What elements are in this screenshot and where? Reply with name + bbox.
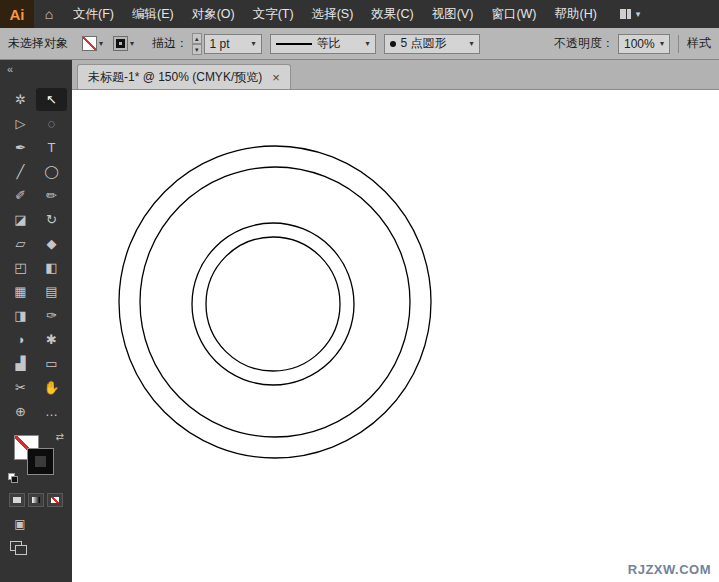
main-area: « ✲↖▷◌✒T╱◯✐✏◪↻▱◆◰◧▦▤◨✑◑✱▟▭✂✋⊕… ⇄ ▣ 未标题-1… [0, 60, 719, 582]
brush-dot-preview [390, 41, 396, 47]
lasso-tool[interactable]: ◌ [36, 112, 67, 135]
circle-path-1[interactable] [119, 146, 431, 458]
column-graph-tool[interactable]: ▟ [5, 352, 36, 375]
document-tab-bar: 未标题-1* @ 150% (CMYK/预览) × [72, 60, 719, 90]
collapse-panel-icon[interactable]: « [0, 60, 72, 78]
paintbrush-tool[interactable]: ✐ [5, 184, 36, 207]
none-button[interactable] [47, 493, 63, 507]
slice-tool[interactable]: ✂ [5, 376, 36, 399]
menu-select[interactable]: 选择(S) [303, 0, 363, 28]
fill-color-control[interactable]: ▾ [82, 36, 103, 51]
edit-toolbar-button[interactable]: … [36, 400, 67, 423]
gradient-button[interactable] [28, 493, 44, 507]
rotate-tool[interactable]: ↻ [36, 208, 67, 231]
menu-window[interactable]: 窗口(W) [482, 0, 545, 28]
mesh-tool[interactable]: ▤ [36, 280, 67, 303]
chevron-down-icon: ▾ [636, 9, 641, 19]
default-fill-stroke-icon[interactable] [8, 473, 18, 483]
stroke-color-control[interactable]: ▾ [113, 36, 134, 51]
fill-none-swatch-icon [82, 36, 97, 51]
document-area: 未标题-1* @ 150% (CMYK/预览) × RJZXW.COM [72, 60, 719, 582]
stroke-weight-value: 1 pt [210, 37, 230, 51]
workspace-switcher[interactable]: ▾ [620, 9, 641, 19]
menu-bar: Ai ⌂ 文件(F)编辑(E)对象(O)文字(T)选择(S)效果(C)视图(V)… [0, 0, 719, 28]
paint-style-buttons [0, 493, 72, 507]
type-tool[interactable]: T [36, 136, 67, 159]
menu-file[interactable]: 文件(F) [64, 0, 123, 28]
artboard-tool[interactable]: ▭ [36, 352, 67, 375]
stroke-weight-combo[interactable]: 1 pt ▾ [204, 34, 262, 54]
width-profile-value: 等比 [317, 35, 341, 52]
stepper-down-icon[interactable]: ▾ [192, 44, 202, 55]
control-bar: 未选择对象 ▾ ▾ 描边： ▴ ▾ 1 pt ▾ 等比 ▾ 5 点圆形 ▾ 不透… [0, 28, 719, 60]
shape-builder-tool[interactable]: ◧ [36, 256, 67, 279]
blend-tool[interactable]: ◑ [5, 328, 36, 351]
gradient-tool[interactable]: ◨ [5, 304, 36, 327]
menu-view[interactable]: 视图(V) [423, 0, 483, 28]
menu-help[interactable]: 帮助(H) [546, 0, 606, 28]
artwork-svg [72, 90, 719, 582]
circle-path-2[interactable] [140, 167, 410, 437]
color-button[interactable] [9, 493, 25, 507]
circle-path-3[interactable] [192, 223, 354, 385]
menu-object[interactable]: 对象(O) [183, 0, 244, 28]
illustrator-logo[interactable]: Ai [0, 0, 34, 28]
chevron-down-icon: ▾ [660, 39, 664, 48]
eraser-tool[interactable]: ◪ [5, 208, 36, 231]
symbol-sprayer-tool[interactable]: ✱ [36, 328, 67, 351]
chevron-down-icon: ▾ [99, 39, 103, 48]
brush-definition-value: 5 点圆形 [401, 35, 447, 52]
stroke-swatch-icon [113, 36, 128, 51]
tools-panel: « ✲↖▷◌✒T╱◯✐✏◪↻▱◆◰◧▦▤◨✑◑✱▟▭✂✋⊕… ⇄ ▣ [0, 60, 72, 582]
hand-tool[interactable]: ✋ [36, 376, 67, 399]
swap-fill-stroke-icon[interactable]: ⇄ [56, 431, 64, 442]
free-transform-tool[interactable]: ◰ [5, 256, 36, 279]
menu-effect[interactable]: 效果(C) [362, 0, 422, 28]
selection-tool[interactable]: ↖ [36, 88, 67, 111]
fill-stroke-indicator: ⇄ [14, 435, 58, 479]
eyedropper-tool[interactable]: ✑ [36, 304, 67, 327]
zoom-tool[interactable]: ⊕ [5, 400, 36, 423]
workspace-switcher-icon [620, 9, 631, 19]
pen-tool[interactable]: ✒ [5, 136, 36, 159]
control-bar-right: 不透明度： 100% ▾ 样式 [546, 34, 719, 54]
width-profile-combo[interactable]: 等比 ▾ [270, 34, 376, 54]
screen-mode-icon-back [15, 545, 27, 555]
stroke-swatch[interactable] [28, 449, 53, 474]
drawing-mode-button[interactable]: ▣ [10, 517, 30, 531]
document-tab-title: 未标题-1* @ 150% (CMYK/预览) [88, 69, 262, 86]
opacity-combo[interactable]: 100% ▾ [618, 34, 670, 54]
stroke-line-preview [276, 43, 312, 45]
chevron-down-icon: ▾ [470, 39, 474, 48]
screen-mode-button[interactable] [10, 541, 28, 555]
menu-items: 文件(F)编辑(E)对象(O)文字(T)选择(S)效果(C)视图(V)窗口(W)… [64, 0, 606, 28]
watermark-text: RJZXW.COM [628, 562, 711, 577]
opacity-value: 100% [624, 37, 655, 51]
ellipse-tool[interactable]: ◯ [36, 160, 67, 183]
chevron-down-icon: ▾ [366, 39, 370, 48]
circle-path-4[interactable] [206, 237, 340, 371]
chevron-down-icon: ▾ [130, 39, 134, 48]
line-segment-tool[interactable]: ╱ [5, 160, 36, 183]
perspective-grid-tool[interactable]: ▦ [5, 280, 36, 303]
brush-definition-combo[interactable]: 5 点圆形 ▾ [384, 34, 480, 54]
stroke-weight-stepper[interactable]: ▴ ▾ [192, 33, 202, 55]
chevron-down-icon: ▾ [252, 39, 256, 48]
opacity-label: 不透明度： [554, 35, 614, 52]
tools-grid: ✲↖▷◌✒T╱◯✐✏◪↻▱◆◰◧▦▤◨✑◑✱▟▭✂✋⊕… [5, 88, 67, 423]
menu-type[interactable]: 文字(T) [244, 0, 303, 28]
selection-status: 未选择对象 [8, 35, 68, 52]
stroke-weight-label: 描边： [152, 35, 188, 52]
close-icon[interactable]: × [272, 71, 280, 84]
home-icon[interactable]: ⌂ [34, 6, 64, 22]
style-link[interactable]: 样式 [687, 35, 711, 52]
menu-edit[interactable]: 编辑(E) [123, 0, 183, 28]
magic-wand-tool[interactable]: ✲ [5, 88, 36, 111]
width-tool[interactable]: ◆ [36, 232, 67, 255]
document-tab[interactable]: 未标题-1* @ 150% (CMYK/预览) × [77, 64, 291, 89]
pencil-tool[interactable]: ✏ [36, 184, 67, 207]
direct-selection-tool[interactable]: ▷ [5, 112, 36, 135]
scale-tool[interactable]: ▱ [5, 232, 36, 255]
stepper-up-icon[interactable]: ▴ [192, 33, 202, 44]
artboard-canvas[interactable]: RJZXW.COM [72, 90, 719, 582]
